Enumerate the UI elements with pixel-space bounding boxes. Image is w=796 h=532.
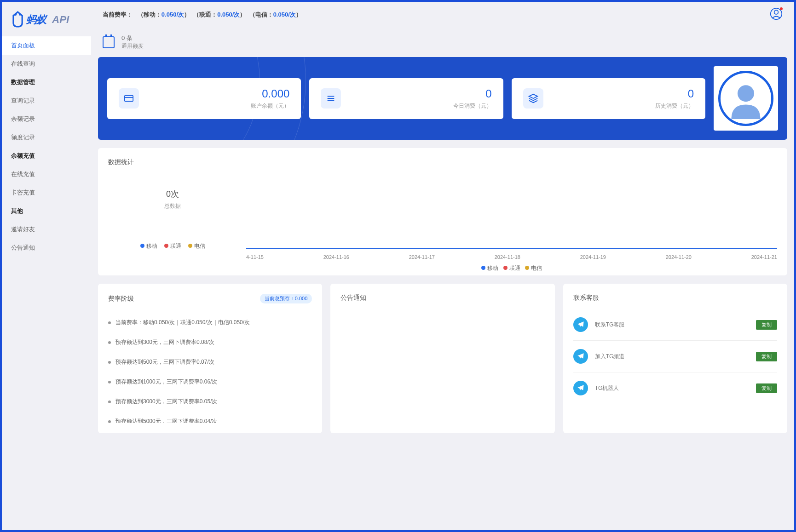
legend-dot — [140, 244, 144, 248]
sidebar-header-recharge: 余额充值 — [2, 147, 91, 165]
quota-label: 通用额度 — [121, 42, 144, 50]
menu-icon — [321, 88, 341, 109]
tier-item: 预存额达到1000元，三网下调费率0.06/次 — [108, 372, 312, 392]
svg-marker-11 — [529, 94, 537, 98]
stat-balance-label: 账户余额（元） — [146, 102, 289, 110]
sidebar-header-other: 其他 — [2, 202, 91, 220]
sidebar-item-online-query[interactable]: 在线查询 — [2, 55, 91, 73]
sidebar-item-balance-records[interactable]: 余额记录 — [2, 110, 91, 128]
telegram-icon — [573, 317, 588, 332]
contact-title: 联系客服 — [573, 294, 777, 302]
contact-label: TG机器人 — [595, 384, 749, 392]
stat-card-today: 0 今日消费（元） — [309, 78, 503, 119]
stat-history-label: 历史消费（元） — [550, 102, 694, 110]
svg-rect-6 — [125, 96, 133, 102]
stat-card-balance: 0.000 账户余额（元） — [107, 78, 301, 119]
contact-item: TG机器人 复制 — [573, 372, 777, 404]
topbar: 当前费率： （移动：0.050/次） （联通：0.050/次） （电信：0.05… — [91, 2, 794, 27]
stat-balance-value: 0.000 — [146, 87, 289, 100]
notice-panel: 公告通知 — [330, 284, 554, 433]
main-content: 当前费率： （移动：0.050/次） （联通：0.050/次） （电信：0.05… — [91, 2, 794, 530]
sidebar-item-query-records[interactable]: 查询记录 — [2, 92, 91, 110]
legend-dot — [164, 244, 168, 248]
svg-point-12 — [738, 85, 754, 102]
telegram-icon — [573, 381, 588, 395]
copy-button[interactable]: 复制 — [756, 352, 777, 361]
sidebar-item-card-recharge[interactable]: 卡密充值 — [2, 183, 91, 202]
stat-today-label: 今日消费（元） — [348, 102, 491, 110]
contact-label: 联系TG客服 — [595, 321, 749, 329]
user-avatar-button[interactable] — [770, 7, 783, 22]
sidebar-item-quota-records[interactable]: 额度记录 — [2, 128, 91, 147]
copy-button[interactable]: 复制 — [756, 320, 777, 330]
prestore-badge: 当前总预存：0.000 — [260, 294, 312, 303]
tier-panel: 费率阶级 当前总预存：0.000 当前费率：移动0.050/次｜联通0.050/… — [98, 284, 322, 433]
sidebar-item-notice[interactable]: 公告通知 — [2, 239, 91, 257]
svg-text:蚂蚁: 蚂蚁 — [26, 14, 48, 25]
stat-card-history: 0 历史消费（元） — [512, 78, 705, 119]
chart-panel: 数据统计 0次 总数据 移动 联通 电信 4-11- — [98, 148, 787, 275]
sidebar-item-invite[interactable]: 邀请好友 — [2, 220, 91, 239]
svg-point-1 — [19, 13, 21, 16]
profile-avatar[interactable] — [714, 66, 778, 131]
telegram-icon — [573, 349, 588, 364]
tier-list[interactable]: 当前费率：移动0.050/次｜联通0.050/次｜电信0.050/次 预存额达到… — [108, 313, 312, 423]
layers-icon — [523, 88, 543, 109]
chart-title: 数据统计 — [108, 158, 777, 166]
chart-total-label: 总数据 — [164, 202, 181, 210]
legend-dot — [188, 244, 192, 248]
contact-item: 加入TG频道 复制 — [573, 341, 777, 372]
chart-legend-left: 移动 联通 电信 — [140, 242, 205, 250]
card-icon — [119, 88, 139, 109]
svg-text:API: API — [52, 14, 69, 25]
stat-today-value: 0 — [348, 87, 491, 100]
calendar-icon — [103, 36, 115, 48]
x-axis-labels: 4-11-15 2024-11-16 2024-11-17 2024-11-18… — [246, 254, 777, 260]
svg-point-0 — [14, 13, 17, 16]
contact-panel: 联系客服 联系TG客服 复制 加入TG频道 复制 — [563, 284, 787, 433]
notification-dot — [780, 7, 783, 10]
stats-hero: 0.000 账户余额（元） 0 今日消费（元） — [98, 57, 787, 140]
tier-item: 预存额达到300元，三网下调费率0.08/次 — [108, 332, 312, 352]
stat-history-value: 0 — [550, 87, 694, 100]
notice-title: 公告通知 — [340, 294, 544, 302]
rate-display: 当前费率： （移动：0.050/次） （联通：0.050/次） （电信：0.05… — [103, 11, 302, 19]
tier-item: 当前费率：移动0.050/次｜联通0.050/次｜电信0.050/次 — [108, 313, 312, 332]
chart-legend-bottom: 移动 联通 电信 — [246, 264, 777, 272]
logo: 蚂蚁 API — [2, 2, 91, 36]
chart-total-value: 0次 — [166, 189, 179, 200]
tier-item: 预存额达到5000元，三网下调费率0.04/次 — [108, 412, 312, 423]
sidebar-item-online-recharge[interactable]: 在线充值 — [2, 165, 91, 183]
sidebar-item-home[interactable]: 首页面板 — [2, 36, 91, 55]
sidebar: 蚂蚁 API 首页面板 在线查询 数据管理 查询记录 余额记录 额度记录 余额充… — [2, 2, 91, 530]
contact-item: 联系TG客服 复制 — [573, 309, 777, 341]
contact-label: 加入TG频道 — [595, 353, 749, 360]
tier-title: 费率阶级 — [108, 295, 134, 303]
tier-item: 预存额达到3000元，三网下调费率0.05/次 — [108, 392, 312, 412]
tier-item: 预存额达到500元，三网下调费率0.07/次 — [108, 352, 312, 372]
chart-area: 4-11-15 2024-11-16 2024-11-17 2024-11-18… — [246, 173, 777, 265]
quota-bar: 0 条 通用额度 — [98, 27, 787, 57]
quota-value: 0 条 — [121, 34, 144, 42]
x-axis-line — [246, 248, 777, 249]
svg-point-5 — [774, 10, 779, 14]
copy-button[interactable]: 复制 — [756, 383, 777, 393]
sidebar-header-data: 数据管理 — [2, 73, 91, 92]
